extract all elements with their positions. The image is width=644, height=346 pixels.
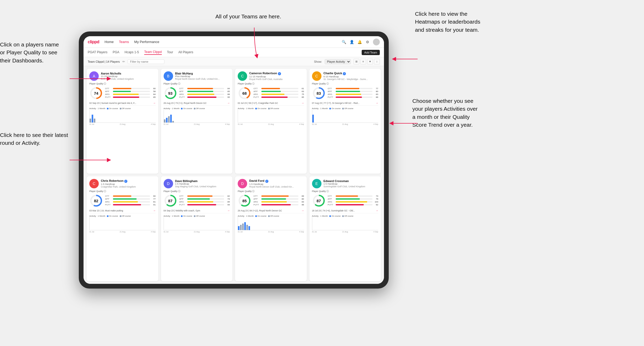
player-info: David Ford ✓ 1-5 Handicap Royal North De…: [249, 179, 304, 188]
player-card[interactable]: B Blair McHarg Plus Handicap Royal North…: [161, 69, 233, 174]
chart-label: 21 Aug: [268, 231, 274, 233]
activity-legend: Activity · 1 Month On course Off course: [312, 215, 378, 217]
latest-round-arrow[interactable]: →: [302, 209, 304, 212]
latest-round[interactable]: 02 Jul 23 | 59 (+17), Craigmillar Park G…: [238, 102, 304, 106]
quality-circle-wrap[interactable]: 74: [89, 86, 103, 100]
latest-round-text: 03 Mar 23 | 19, Must make putting: [89, 209, 123, 212]
player-card[interactable]: C Chris Robertson ✓ 1-5 Handicap Craigmi…: [87, 176, 158, 281]
subnav-hcaps[interactable]: Hcaps 1-5: [124, 50, 139, 55]
player-card[interactable]: E Edward Crossman 1-5 Handicap Sunningda…: [309, 176, 381, 281]
verified-badge: ✓: [278, 72, 281, 75]
latest-round[interactable]: 18 Jul 23 | 74 (+4), Sunningdale GC - Ol…: [312, 209, 378, 213]
off-course-dot: [342, 108, 344, 109]
player-name[interactable]: Cameron Robertson ✓: [249, 72, 304, 75]
activity-period-label: Activity · 1 Month: [89, 215, 105, 217]
player-name[interactable]: Dave Billingham: [175, 179, 230, 183]
search-icon[interactable]: 🔍: [341, 40, 346, 44]
mini-chart: [238, 217, 304, 230]
nav-item-performance[interactable]: My Performance: [134, 40, 159, 44]
chart-label: 31 Jul: [238, 231, 243, 233]
chart-label: 31 Jul: [164, 123, 169, 125]
player-name[interactable]: Chris Robertson ✓: [101, 179, 156, 183]
chart-label: 31 Jul: [312, 123, 317, 125]
search-input[interactable]: [128, 59, 164, 64]
annotation-player-name: Click on a players name or Player Qualit…: [0, 41, 59, 65]
chart-bar: [248, 226, 250, 230]
latest-round-arrow[interactable]: →: [227, 209, 230, 212]
latest-round[interactable]: 04 Sep 23 | Mobility with coach, Gym →: [164, 209, 230, 213]
latest-round[interactable]: 02 Sep 23 | Sunset round to get back int…: [89, 102, 156, 106]
activity-section: Activity · 1 Month On course Off course …: [89, 215, 156, 233]
stat-row-arg: ARG 84: [105, 93, 156, 95]
stats-grid: OTT 61 APP 63 ARG 75 PUTT 85: [253, 87, 304, 99]
settings-icon[interactable]: ⚙: [365, 40, 370, 44]
subnav-pga[interactable]: PGA: [113, 50, 119, 55]
stat-row-arg: ARG 81: [105, 201, 156, 203]
sort-icon[interactable]: ↕: [374, 59, 380, 65]
stats-grid: OTT 82 APP 74 ARG 85 PUTT 94: [179, 195, 230, 206]
nav-item-home[interactable]: Home: [105, 40, 114, 44]
chart-label: 31 Jul: [164, 231, 169, 233]
player-card[interactable]: D Dave Billingham 1-5 Handicap Sog Magin…: [161, 176, 233, 281]
on-course-dot: [181, 108, 183, 109]
latest-round-arrow[interactable]: →: [153, 209, 156, 212]
chart-label: 31 Jul: [312, 231, 317, 233]
subnav-tour[interactable]: Tour: [167, 50, 173, 55]
quality-circle-wrap[interactable]: 82: [89, 194, 103, 207]
subnav-pgat[interactable]: PGAT Players: [88, 50, 107, 55]
stat-row-putt: PUTT 96: [253, 204, 304, 206]
activity-section: Activity · 1 Month On course Off course …: [238, 215, 304, 233]
person-icon[interactable]: 👤: [349, 40, 354, 44]
nav-item-teams[interactable]: Teams: [119, 40, 129, 44]
player-card[interactable]: C Charlie Quick ✓ 6-10 Handicap St. Geor…: [309, 69, 381, 174]
player-handicap: Plus Handicap: [175, 75, 230, 78]
player-card[interactable]: D David Ford ✓ 1-5 Handicap Royal North …: [235, 176, 307, 281]
latest-round[interactable]: 07 Aug 23 | 77 (+7), St George's Hill GC…: [312, 102, 378, 106]
latest-round-arrow[interactable]: →: [302, 102, 304, 104]
edit-icon[interactable]: ✏: [122, 60, 125, 63]
quality-circle-wrap[interactable]: 87: [312, 194, 326, 207]
player-card[interactable]: C Cameron Robertson ✓ 11-15 Handicap Roy…: [235, 69, 307, 174]
off-course-legend: Off course: [194, 107, 205, 110]
quality-circle-wrap[interactable]: 93: [164, 86, 177, 100]
filter-icon[interactable]: ▼: [367, 59, 373, 65]
stat-row-ott: OTT 89: [253, 195, 304, 197]
quality-number: 83: [316, 91, 321, 95]
list-view-icon[interactable]: ≡: [360, 59, 366, 65]
bell-icon[interactable]: 🔔: [357, 40, 362, 44]
show-select[interactable]: Player Activity: [325, 59, 351, 64]
on-course-legend: On course: [107, 107, 118, 110]
latest-round-arrow[interactable]: →: [153, 102, 156, 104]
chart-label: 31 Jul: [89, 123, 94, 125]
latest-round-text: 07 Aug 23 | 77 (+7), St George's Hill GC…: [312, 102, 360, 104]
activity-period-label: Activity · 1 Month: [238, 107, 254, 110]
quality-circle-wrap[interactable]: 83: [312, 86, 326, 100]
subnav-team-clippd[interactable]: Team Clippd: [144, 50, 162, 55]
quality-circle-wrap[interactable]: 87: [164, 194, 177, 207]
stats-grid: OTT 84 APP 85 ARG 88 PUTT 95: [179, 87, 230, 99]
subnav-all-players[interactable]: All Players: [178, 50, 193, 55]
chart-label: 4 Sep: [299, 123, 304, 125]
latest-round-arrow[interactable]: →: [376, 209, 378, 212]
quality-circle-wrap[interactable]: 68: [238, 86, 251, 100]
chart-bar: [240, 225, 242, 230]
latest-round[interactable]: 26 Aug 23 | 73 (+1), Royal North Devon G…: [164, 102, 230, 106]
stat-row-putt: PUTT 92: [328, 204, 378, 206]
player-name[interactable]: Charlie Quick ✓: [324, 72, 378, 75]
player-name[interactable]: Edward Crossman: [324, 179, 378, 183]
latest-round[interactable]: 03 Mar 23 | 19, Must make putting →: [89, 209, 156, 213]
grid-view-icon[interactable]: ⊞: [354, 59, 359, 65]
nav-logo[interactable]: clippd: [88, 40, 99, 44]
player-name[interactable]: Blair McHarg: [175, 72, 230, 75]
quality-section: 68 OTT 61 APP 63 ARG 75 PUTT: [238, 86, 304, 100]
quality-label: Player Quality ⓘ: [164, 82, 230, 86]
latest-round-arrow[interactable]: →: [376, 102, 378, 104]
player-name[interactable]: David Ford ✓: [249, 179, 304, 183]
latest-round-arrow[interactable]: →: [227, 102, 230, 104]
player-handicap: 1-5 Handicap: [249, 183, 304, 185]
quality-circle-wrap[interactable]: 85: [238, 194, 251, 207]
avatar[interactable]: [373, 39, 380, 45]
add-team-button[interactable]: Add Team: [362, 50, 380, 55]
latest-round[interactable]: 26 Aug 23 | 84 (+12), Royal North Devon …: [238, 209, 304, 213]
quality-section: 87 OTT 82 APP 74 ARG 85 PUTT: [164, 194, 230, 207]
